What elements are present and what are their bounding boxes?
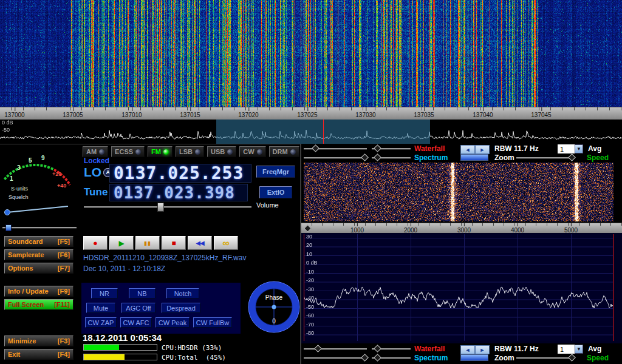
soundcard-button[interactable]: Soundcard [F5] xyxy=(4,236,73,247)
fullscreen-button[interactable]: Full Screen [F11] xyxy=(4,299,73,310)
bottom-waterfall-brightness-slider[interactable] xyxy=(304,346,367,352)
zoom-out-button[interactable]: ◄ xyxy=(460,145,475,154)
slider-thumb[interactable] xyxy=(361,153,369,161)
rx-waterfall-display[interactable] xyxy=(304,163,613,221)
play-button[interactable]: ▶ xyxy=(109,236,134,250)
main-waterfall-display[interactable] xyxy=(0,0,622,107)
minimize-button-key: [F3] xyxy=(58,337,70,345)
avg-select-value: 1 xyxy=(558,144,575,153)
dropdown-arrow-icon[interactable]: ▼ xyxy=(575,345,583,354)
squelch-slider-thumb[interactable] xyxy=(5,224,12,231)
notch-button[interactable]: Notch xyxy=(166,288,199,298)
cw-fullbw-button[interactable]: CW FullBw xyxy=(193,317,232,328)
rx-spectrum-display[interactable] xyxy=(304,234,613,341)
slider-thumb[interactable] xyxy=(374,144,381,152)
loop-icon: ∞ xyxy=(222,238,229,249)
slider-thumb[interactable] xyxy=(374,153,381,161)
slider-thumb[interactable] xyxy=(569,153,576,161)
mode-cw-button[interactable]: CW xyxy=(239,146,265,157)
rx-spectrum-area[interactable]: 30 20 10 0 dB -10 -20 -30 -40 -50 -60 -7… xyxy=(301,233,622,343)
bottom-waterfall-label: Waterfall xyxy=(414,345,445,353)
tune-label: Tune xyxy=(84,186,108,198)
nr-button[interactable]: NR xyxy=(91,288,118,298)
bottom-speed-slider[interactable] xyxy=(516,355,573,361)
slider-thumb[interactable] xyxy=(314,345,322,352)
slider-thumb[interactable] xyxy=(361,354,369,362)
recording-filename: HDSDR_20111210_120938Z_137025kHz_RF.wav xyxy=(83,254,246,262)
top-zoom-buttons: ◄ ► xyxy=(460,145,490,154)
zoom-out-button[interactable]: ◄ xyxy=(460,345,475,354)
stop-button[interactable]: ■ xyxy=(162,236,186,250)
cw-zap-button[interactable]: CW ZAP xyxy=(85,317,117,328)
mode-usb-button[interactable]: USB xyxy=(207,146,236,157)
rx-axis-thumb[interactable] xyxy=(304,224,312,232)
top-speed-slider[interactable] xyxy=(516,155,573,161)
mute-button[interactable]: Mute xyxy=(86,303,115,313)
top-waterfall-label: Waterfall xyxy=(414,144,445,153)
cpu-total-bar-fill xyxy=(84,354,125,360)
dropdown-arrow-icon[interactable]: ▼ xyxy=(575,144,583,153)
s-units-label: S-units xyxy=(11,186,29,192)
cw-peak-button[interactable]: CW Peak xyxy=(156,317,190,328)
tune-frequency-display[interactable]: 0137.023.398 xyxy=(109,184,248,201)
mode-ecss-label: ECSS xyxy=(115,148,133,155)
freqmgr-button[interactable]: FreqMgr xyxy=(256,166,295,178)
main-frequency-scale[interactable]: 137000 137005 137010 137015 137020 13702… xyxy=(0,107,622,120)
mode-am-button[interactable]: AM xyxy=(83,146,108,157)
s-meter-tick-1: 1 xyxy=(10,175,13,182)
nb-button[interactable]: NB xyxy=(129,288,156,298)
bottom-spectrum-range-slider[interactable] xyxy=(372,355,411,361)
cw-afc-button[interactable]: CW AFC xyxy=(120,317,152,328)
top-spectrum-range-slider[interactable] xyxy=(372,155,411,161)
rewind-button[interactable]: ◀◀ xyxy=(188,236,212,250)
soundcard-button-key: [F5] xyxy=(58,238,70,245)
info-update-button-key: [F9] xyxy=(58,288,70,295)
mode-ecss-button[interactable]: ECSS xyxy=(111,146,145,157)
volume-label: Volume xyxy=(256,201,279,209)
mode-fm-label: FM xyxy=(151,148,161,155)
record-button[interactable]: ● xyxy=(83,236,108,250)
recording-timestamp: Dec 10, 2011 - 12:10:18Z xyxy=(83,265,165,273)
bottom-waterfall-contrast-slider[interactable] xyxy=(372,346,411,352)
bottom-zoom-buttons: ◄ ► xyxy=(460,345,490,354)
extio-button[interactable]: ExtIO xyxy=(259,186,292,198)
phase-center-dot xyxy=(272,305,276,309)
mode-drm-button[interactable]: DRM xyxy=(269,146,299,157)
mode-fm-button[interactable]: FM xyxy=(148,146,173,157)
volume-slider-thumb[interactable] xyxy=(157,203,164,212)
pause-button[interactable]: ▮▮ xyxy=(135,236,160,250)
agc-button[interactable]: AGC Off xyxy=(121,303,156,313)
mode-lsb-button[interactable]: LSB xyxy=(176,146,204,157)
bottom-spectrum-gain-slider[interactable] xyxy=(304,355,367,361)
volume-slider[interactable] xyxy=(84,204,251,210)
squelch-slider[interactable] xyxy=(2,224,77,231)
despread-button[interactable]: Despread xyxy=(162,303,200,313)
top-waterfall-contrast-slider[interactable] xyxy=(372,146,411,152)
slider-thumb[interactable] xyxy=(569,354,576,362)
exit-button-key: [F4] xyxy=(58,351,70,358)
samplerate-button[interactable]: Samplerate [F6] xyxy=(4,249,73,260)
bottom-avg-select[interactable]: 1 ▼ xyxy=(558,345,583,354)
slider-thumb[interactable] xyxy=(312,144,320,152)
options-button[interactable]: Options [F7] xyxy=(4,263,73,274)
top-avg-select[interactable]: 1 ▼ xyxy=(558,144,583,153)
top-spectrum-gain-slider[interactable] xyxy=(304,155,367,161)
lo-frequency-display[interactable]: 0137.025.253 xyxy=(109,164,251,183)
top-zoom-slider[interactable] xyxy=(460,154,488,161)
main-spectrum-area[interactable]: 0 dB -50 xyxy=(0,120,622,144)
spectrum-db-label: 0 dB xyxy=(2,120,13,126)
top-waterfall-brightness-slider[interactable] xyxy=(304,146,367,152)
slider-thumb[interactable] xyxy=(374,354,381,362)
samplerate-button-key: [F6] xyxy=(58,251,70,258)
info-update-button[interactable]: Info / Update [F9] xyxy=(4,286,73,297)
bottom-speed-label: Speed xyxy=(587,354,609,362)
exit-button[interactable]: Exit [F4] xyxy=(4,349,73,360)
bottom-zoom-slider[interactable] xyxy=(460,354,488,361)
loop-button[interactable]: ∞ xyxy=(214,236,238,250)
zoom-in-button[interactable]: ► xyxy=(475,345,490,354)
minimize-button[interactable]: Minimize [F3] xyxy=(4,335,73,346)
record-icon: ● xyxy=(93,238,98,248)
zoom-in-button[interactable]: ► xyxy=(475,145,490,154)
rx-db-label: -80 xyxy=(306,330,314,336)
slider-thumb[interactable] xyxy=(374,345,381,352)
